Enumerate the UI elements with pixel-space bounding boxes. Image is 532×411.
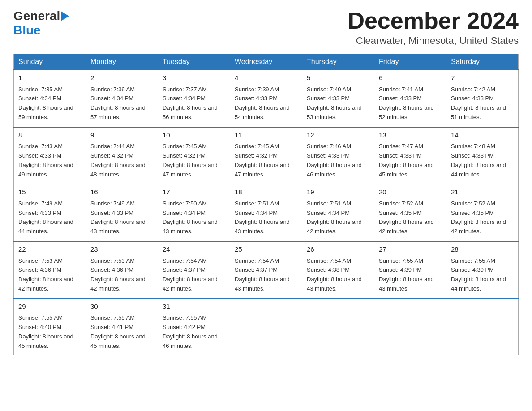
day-info: Sunrise: 7:49 AMSunset: 4:33 PMDaylight:… (18, 199, 81, 236)
day-number: 24 (163, 244, 225, 255)
day-info: Sunrise: 7:36 AMSunset: 4:34 PMDaylight:… (90, 85, 153, 122)
day-number: 9 (90, 130, 153, 141)
logo-arrow-icon (61, 11, 70, 21)
day-number: 14 (451, 130, 514, 141)
calendar-day-cell: 11Sunrise: 7:45 AMSunset: 4:32 PMDayligh… (230, 127, 302, 184)
calendar-day-cell: 31Sunrise: 7:55 AMSunset: 4:42 PMDayligh… (158, 299, 230, 355)
calendar-day-cell: 8Sunrise: 7:43 AMSunset: 4:33 PMDaylight… (14, 127, 86, 184)
calendar-day-cell (230, 299, 302, 355)
day-info: Sunrise: 7:39 AMSunset: 4:33 PMDaylight:… (235, 85, 297, 122)
calendar-day-cell: 14Sunrise: 7:48 AMSunset: 4:33 PMDayligh… (446, 127, 519, 184)
day-info: Sunrise: 7:53 AMSunset: 4:36 PMDaylight:… (90, 257, 153, 294)
day-number: 11 (235, 130, 297, 141)
day-number: 18 (235, 187, 297, 197)
day-info: Sunrise: 7:37 AMSunset: 4:34 PMDaylight:… (163, 85, 225, 122)
calendar-table: Sunday Monday Tuesday Wednesday Thursday… (13, 54, 519, 355)
calendar-day-cell: 20Sunrise: 7:52 AMSunset: 4:35 PMDayligh… (374, 184, 446, 241)
calendar-day-cell (446, 299, 519, 355)
calendar-week-row: 1Sunrise: 7:35 AMSunset: 4:34 PMDaylight… (14, 70, 519, 127)
day-number: 7 (451, 73, 514, 83)
day-info: Sunrise: 7:54 AMSunset: 4:37 PMDaylight:… (163, 257, 225, 294)
page-header: General Blue December 2024 Clearwater, M… (13, 9, 519, 47)
logo: General Blue (13, 9, 70, 38)
calendar-day-cell (374, 299, 446, 355)
day-number: 25 (235, 244, 297, 255)
day-number: 3 (163, 73, 225, 83)
day-info: Sunrise: 7:42 AMSunset: 4:33 PMDaylight:… (451, 85, 514, 122)
day-info: Sunrise: 7:55 AMSunset: 4:40 PMDaylight:… (18, 313, 81, 351)
day-info: Sunrise: 7:52 AMSunset: 4:35 PMDaylight:… (379, 199, 442, 236)
day-info: Sunrise: 7:53 AMSunset: 4:36 PMDaylight:… (18, 257, 81, 294)
col-tuesday: Tuesday (158, 54, 230, 70)
day-info: Sunrise: 7:55 AMSunset: 4:39 PMDaylight:… (451, 257, 514, 294)
calendar-day-cell: 19Sunrise: 7:51 AMSunset: 4:34 PMDayligh… (302, 184, 374, 241)
day-number: 31 (163, 302, 225, 312)
calendar-week-row: 22Sunrise: 7:53 AMSunset: 4:36 PMDayligh… (14, 241, 519, 299)
day-info: Sunrise: 7:45 AMSunset: 4:32 PMDaylight:… (235, 142, 297, 179)
day-number: 27 (379, 244, 442, 255)
calendar-week-row: 8Sunrise: 7:43 AMSunset: 4:33 PMDaylight… (14, 127, 519, 184)
day-info: Sunrise: 7:52 AMSunset: 4:35 PMDaylight:… (451, 199, 514, 236)
day-number: 13 (379, 130, 442, 141)
day-number: 1 (18, 73, 81, 83)
day-info: Sunrise: 7:45 AMSunset: 4:32 PMDaylight:… (163, 142, 225, 179)
calendar-day-cell (302, 299, 374, 355)
day-number: 20 (379, 187, 442, 197)
col-monday: Monday (86, 54, 158, 70)
calendar-day-cell: 18Sunrise: 7:51 AMSunset: 4:34 PMDayligh… (230, 184, 302, 241)
header-row: Sunday Monday Tuesday Wednesday Thursday… (14, 54, 519, 70)
calendar-day-cell: 17Sunrise: 7:50 AMSunset: 4:34 PMDayligh… (158, 184, 230, 241)
day-number: 12 (307, 130, 369, 141)
calendar-week-row: 15Sunrise: 7:49 AMSunset: 4:33 PMDayligh… (14, 184, 519, 241)
calendar-day-cell: 3Sunrise: 7:37 AMSunset: 4:34 PMDaylight… (158, 70, 230, 127)
day-number: 21 (451, 187, 514, 197)
day-number: 8 (18, 130, 81, 141)
calendar-day-cell: 21Sunrise: 7:52 AMSunset: 4:35 PMDayligh… (446, 184, 519, 241)
day-info: Sunrise: 7:55 AMSunset: 4:39 PMDaylight:… (379, 257, 442, 294)
calendar-day-cell: 27Sunrise: 7:55 AMSunset: 4:39 PMDayligh… (374, 241, 446, 299)
day-info: Sunrise: 7:50 AMSunset: 4:34 PMDaylight:… (163, 199, 225, 236)
col-thursday: Thursday (302, 54, 374, 70)
calendar-day-cell: 22Sunrise: 7:53 AMSunset: 4:36 PMDayligh… (14, 241, 86, 299)
day-number: 10 (163, 130, 225, 141)
calendar-week-row: 29Sunrise: 7:55 AMSunset: 4:40 PMDayligh… (14, 299, 519, 355)
day-info: Sunrise: 7:40 AMSunset: 4:33 PMDaylight:… (307, 85, 369, 122)
calendar-body: 1Sunrise: 7:35 AMSunset: 4:34 PMDaylight… (14, 70, 519, 355)
day-info: Sunrise: 7:54 AMSunset: 4:37 PMDaylight:… (235, 257, 297, 294)
calendar-header: Sunday Monday Tuesday Wednesday Thursday… (14, 54, 519, 70)
calendar-day-cell: 10Sunrise: 7:45 AMSunset: 4:32 PMDayligh… (158, 127, 230, 184)
calendar-day-cell: 12Sunrise: 7:46 AMSunset: 4:33 PMDayligh… (302, 127, 374, 184)
day-number: 23 (90, 244, 153, 255)
day-info: Sunrise: 7:47 AMSunset: 4:33 PMDaylight:… (379, 142, 442, 179)
calendar-day-cell: 7Sunrise: 7:42 AMSunset: 4:33 PMDaylight… (446, 70, 519, 127)
day-info: Sunrise: 7:35 AMSunset: 4:34 PMDaylight:… (18, 85, 81, 122)
day-info: Sunrise: 7:55 AMSunset: 4:41 PMDaylight:… (90, 313, 153, 351)
day-number: 5 (307, 73, 369, 83)
day-info: Sunrise: 7:46 AMSunset: 4:33 PMDaylight:… (307, 142, 369, 179)
day-info: Sunrise: 7:55 AMSunset: 4:42 PMDaylight:… (163, 313, 225, 351)
calendar-day-cell: 9Sunrise: 7:44 AMSunset: 4:32 PMDaylight… (86, 127, 158, 184)
day-number: 28 (451, 244, 514, 255)
month-year-title: December 2024 (348, 9, 519, 32)
day-number: 26 (307, 244, 369, 255)
day-info: Sunrise: 7:41 AMSunset: 4:33 PMDaylight:… (379, 85, 442, 122)
day-number: 22 (18, 244, 81, 255)
day-info: Sunrise: 7:49 AMSunset: 4:33 PMDaylight:… (90, 199, 153, 236)
col-sunday: Sunday (14, 54, 86, 70)
calendar-day-cell: 4Sunrise: 7:39 AMSunset: 4:33 PMDaylight… (230, 70, 302, 127)
logo-general-text: General (13, 9, 60, 23)
calendar-day-cell: 13Sunrise: 7:47 AMSunset: 4:33 PMDayligh… (374, 127, 446, 184)
day-number: 16 (90, 187, 153, 197)
calendar-day-cell: 6Sunrise: 7:41 AMSunset: 4:33 PMDaylight… (374, 70, 446, 127)
day-info: Sunrise: 7:48 AMSunset: 4:33 PMDaylight:… (451, 142, 514, 179)
col-saturday: Saturday (446, 54, 519, 70)
col-friday: Friday (374, 54, 446, 70)
calendar-day-cell: 15Sunrise: 7:49 AMSunset: 4:33 PMDayligh… (14, 184, 86, 241)
calendar-day-cell: 23Sunrise: 7:53 AMSunset: 4:36 PMDayligh… (86, 241, 158, 299)
day-number: 30 (90, 302, 153, 312)
day-info: Sunrise: 7:43 AMSunset: 4:33 PMDaylight:… (18, 142, 81, 179)
day-number: 29 (18, 302, 81, 312)
svg-marker-0 (61, 11, 69, 21)
location-subtitle: Clearwater, Minnesota, United States (348, 35, 519, 47)
day-number: 15 (18, 187, 81, 197)
